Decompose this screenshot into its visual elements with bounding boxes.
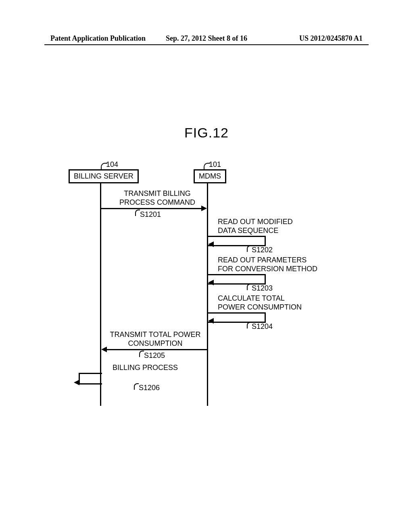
- arrow-head-icon: [74, 380, 79, 385]
- page: Patent Application Publication Sep. 27, …: [0, 0, 413, 532]
- mdms-ref: 101: [209, 160, 221, 169]
- billing-server-lifeline: [100, 182, 101, 406]
- hook-icon: [247, 245, 252, 252]
- msg-s1201: TRANSMIT BILLING PROCESS COMMAND: [113, 189, 202, 207]
- step-s1202: S1202: [252, 246, 273, 254]
- arrow-head-icon: [101, 347, 107, 352]
- msg-s1203: READ OUT PARAMETERS FOR CONVERSION METHO…: [218, 256, 317, 273]
- billing-server-ref: 104: [106, 160, 118, 169]
- self-loop-s1206: [79, 373, 102, 384]
- msg-s1206: BILLING PROCESS: [105, 364, 186, 372]
- msg-s1204-line2: POWER CONSUMPTION: [218, 303, 302, 311]
- msg-s1202-line1: READ OUT MODIFIED: [218, 218, 293, 226]
- arrow-s1201: [101, 208, 202, 209]
- msg-s1204: CALCULATE TOTAL POWER CONSUMPTION: [218, 294, 302, 312]
- header-center: Sep. 27, 2012 Sheet 8 of 16: [166, 34, 247, 43]
- mdms-lifeline: [207, 182, 208, 406]
- msg-s1204-line1: CALCULATE TOTAL: [218, 294, 285, 302]
- self-loop-s1202: [208, 236, 266, 246]
- msg-s1202-line2: DATA SEQUENCE: [218, 227, 278, 235]
- page-header: Patent Application Publication Sep. 27, …: [0, 34, 413, 43]
- header-left: Patent Application Publication: [50, 34, 146, 43]
- hook-icon: [134, 383, 139, 390]
- arrow-s1205: [106, 349, 207, 350]
- billing-server-box: BILLING SERVER: [69, 169, 139, 183]
- step-s1201: S1201: [140, 210, 161, 219]
- msg-s1205-line1: TRANSMIT TOTAL POWER: [110, 330, 200, 339]
- msg-s1203-line1: READ OUT PARAMETERS: [218, 256, 307, 264]
- hook-icon: [139, 351, 144, 357]
- step-s1204: S1204: [252, 322, 273, 331]
- hook-icon: [247, 284, 252, 290]
- msg-s1203-line2: FOR CONVERSION METHOD: [218, 265, 317, 273]
- header-right: US 2012/0245870 A1: [299, 34, 363, 43]
- msg-s1202: READ OUT MODIFIED DATA SEQUENCE: [218, 218, 293, 235]
- msg-s1205-line2: CONSUMPTION: [128, 339, 183, 347]
- msg-s1206-line1: BILLING PROCESS: [113, 364, 178, 372]
- arrow-head-icon: [208, 280, 214, 285]
- msg-s1205: TRANSMIT TOTAL POWER CONSUMPTION: [105, 330, 206, 348]
- arrow-head-icon: [201, 206, 207, 211]
- hook-icon: [247, 322, 252, 328]
- header-rule: [44, 44, 369, 45]
- self-loop-s1204: [208, 312, 266, 323]
- sequence-diagram: 104 BILLING SERVER 101 MDMS TRANSMIT BIL…: [0, 157, 413, 419]
- arrow-head-icon: [208, 318, 214, 324]
- step-s1203: S1203: [252, 284, 273, 293]
- hook-icon: [135, 210, 140, 216]
- msg-s1201-line2: PROCESS COMMAND: [119, 198, 195, 206]
- step-s1205: S1205: [144, 351, 165, 360]
- msg-s1201-line1: TRANSMIT BILLING: [124, 189, 191, 197]
- step-s1206: S1206: [139, 384, 160, 392]
- mdms-box: MDMS: [194, 169, 226, 183]
- figure-title: FIG.12: [184, 125, 229, 141]
- arrow-head-icon: [208, 241, 214, 247]
- self-loop-s1203: [208, 274, 266, 285]
